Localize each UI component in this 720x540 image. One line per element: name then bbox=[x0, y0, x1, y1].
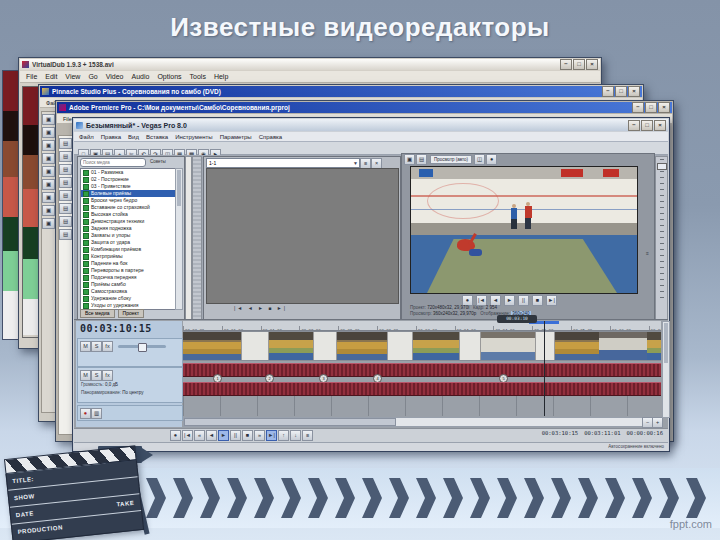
window-button[interactable]: − bbox=[632, 102, 644, 113]
track-solo-icon[interactable]: S bbox=[91, 341, 102, 352]
video-clip-thumbnail[interactable] bbox=[647, 332, 661, 360]
video-clip-thumbnail[interactable] bbox=[481, 332, 535, 360]
window-button[interactable]: □ bbox=[641, 120, 653, 131]
media-item[interactable]: 02 - Построение bbox=[81, 176, 175, 183]
volume-value[interactable]: 0,0 дБ bbox=[105, 382, 118, 387]
tool-icon[interactable]: ▣ bbox=[42, 179, 55, 190]
menu-item[interactable]: Options bbox=[157, 73, 181, 80]
preview-quality-dropdown[interactable]: Просмотр (авто) bbox=[430, 155, 472, 164]
tool-icon[interactable]: ▤ bbox=[59, 229, 72, 240]
preview-split-icon[interactable]: ◫ bbox=[474, 154, 485, 165]
tool-icon[interactable]: ▤ bbox=[59, 190, 72, 201]
menu-item[interactable]: View bbox=[65, 73, 80, 80]
virtualdub-titlebar[interactable]: VirtualDub 1.9.3 + 1538.avi −□× bbox=[20, 59, 600, 70]
track-mute-icon[interactable]: M bbox=[80, 341, 91, 352]
fader-handle[interactable] bbox=[657, 163, 667, 170]
menu-item[interactable]: Справка bbox=[259, 134, 283, 140]
video-clip-thumbnail[interactable] bbox=[599, 332, 647, 360]
media-item[interactable]: Комбинации приёмов bbox=[81, 246, 175, 253]
track-fx-icon[interactable]: fx bbox=[102, 341, 113, 352]
vegas-titlebar[interactable]: Безымянный* - Vegas Pro 8.0 −□× bbox=[74, 119, 668, 131]
media-item[interactable]: Приёмы самбо bbox=[81, 281, 175, 288]
transport-icon[interactable]: ■ bbox=[242, 430, 253, 441]
media-item[interactable]: Броски через бедро bbox=[81, 197, 175, 204]
menu-item[interactable]: Инструменты bbox=[175, 134, 212, 140]
zoom-in-icon[interactable]: + bbox=[652, 417, 663, 428]
media-item[interactable]: Уходы от удержания bbox=[81, 302, 175, 309]
media-item[interactable]: Подсечка передняя bbox=[81, 274, 175, 281]
tool-icon[interactable]: ▤ bbox=[59, 203, 72, 214]
virtualdub-window-buttons[interactable]: −□× bbox=[560, 59, 598, 70]
transport-icon[interactable]: |◄ bbox=[182, 430, 193, 441]
tool-icon[interactable]: ▣ bbox=[42, 192, 55, 203]
trimmer-transport[interactable]: |◄ ◄ ► ■ ►| bbox=[234, 305, 287, 311]
media-panel-tabs[interactable]: Все медиаПроект bbox=[80, 309, 146, 318]
transport-icon[interactable]: ● bbox=[170, 430, 181, 441]
dock-collapse-handle[interactable]: ≡ bbox=[646, 250, 653, 258]
menu-item[interactable]: Help bbox=[214, 73, 228, 80]
clip-gap[interactable] bbox=[313, 332, 337, 360]
video-clip-thumbnail[interactable] bbox=[555, 332, 599, 360]
timeline-timecode[interactable]: 00:03:10:15 bbox=[80, 323, 178, 336]
video-clip-thumbnail[interactable] bbox=[269, 332, 313, 360]
premiere-titlebar[interactable]: Adobe Premiere Pro - C:\Мои документы\Са… bbox=[57, 102, 672, 113]
menu-item[interactable]: File bbox=[26, 73, 37, 80]
menu-item[interactable]: Вставка bbox=[146, 134, 168, 140]
media-item[interactable]: Болевые приёмы bbox=[81, 190, 175, 197]
trimmer-clip-combo[interactable]: 1-1 ▼ bbox=[206, 158, 360, 168]
window-button[interactable]: □ bbox=[645, 102, 657, 113]
menu-item[interactable]: Правка bbox=[101, 134, 121, 140]
vegas-menubar[interactable]: ФайлПравкаВидВставкаИнструментыПараметры… bbox=[74, 132, 668, 142]
tool-icon[interactable]: ▤ bbox=[59, 216, 72, 227]
virtualdub-menubar[interactable]: FileEditViewGoVideoAudioOptionsToolsHelp bbox=[20, 71, 600, 83]
timeline-hscrollbar[interactable] bbox=[183, 417, 663, 427]
video-clip-thumbnail[interactable] bbox=[183, 332, 241, 360]
tool-icon[interactable]: ▤ bbox=[59, 138, 72, 149]
tool-icon[interactable]: ▣ bbox=[42, 140, 55, 151]
tool-icon[interactable]: ▣ bbox=[42, 153, 55, 164]
media-item[interactable]: Самостраховка bbox=[81, 288, 175, 295]
media-item[interactable]: Удержание сбоку bbox=[81, 295, 175, 302]
media-item[interactable]: Демонстрация техники bbox=[81, 218, 175, 225]
window-button[interactable]: × bbox=[658, 102, 670, 113]
window-button[interactable]: □ bbox=[615, 86, 627, 97]
media-tree-scrollbar[interactable] bbox=[175, 168, 183, 310]
menu-item[interactable]: Edit bbox=[45, 73, 57, 80]
media-tab[interactable]: Все медиа bbox=[80, 309, 115, 318]
media-item[interactable]: Падение на бок bbox=[81, 260, 175, 267]
menu-item[interactable]: Параметры bbox=[220, 134, 252, 140]
pan-value[interactable]: По центру bbox=[122, 390, 143, 395]
bus-record-icon[interactable]: ● bbox=[80, 408, 91, 419]
dock-divider[interactable] bbox=[185, 156, 192, 320]
preview-snapshot-icon[interactable]: ● bbox=[486, 154, 497, 165]
menu-item[interactable]: Файл bbox=[79, 134, 94, 140]
media-item[interactable]: Задняя подножка bbox=[81, 225, 175, 232]
transport-icon[interactable]: ≡ bbox=[302, 430, 313, 441]
audio-track-lane[interactable]: 12345 bbox=[183, 363, 661, 394]
menu-item[interactable]: Video bbox=[106, 73, 124, 80]
tool-icon[interactable]: ▤ bbox=[59, 177, 72, 188]
track-level-slider[interactable] bbox=[118, 345, 166, 348]
window-button[interactable]: − bbox=[628, 120, 640, 131]
master-fader-strip[interactable] bbox=[655, 156, 668, 320]
menu-item[interactable]: Audio bbox=[132, 73, 150, 80]
window-button[interactable]: × bbox=[628, 86, 640, 97]
tool-icon[interactable]: ▤ bbox=[59, 164, 72, 175]
preview-toolbar[interactable]: ▣ ▤ Просмотр (авто) ◫ ● bbox=[404, 155, 498, 164]
clip-gap[interactable] bbox=[241, 332, 269, 360]
clip-gap[interactable] bbox=[459, 332, 481, 360]
transport-icon[interactable]: ► bbox=[218, 430, 229, 441]
window-button[interactable]: − bbox=[602, 86, 614, 97]
menu-item[interactable]: Tools bbox=[190, 73, 206, 80]
transport-icon[interactable]: ►| bbox=[266, 430, 277, 441]
media-item[interactable]: Перевороты в партере bbox=[81, 267, 175, 274]
audio-fx-icon[interactable]: fx bbox=[102, 370, 113, 381]
video-clip-thumbnail[interactable] bbox=[413, 332, 459, 360]
tool-icon[interactable]: ▣ bbox=[42, 218, 55, 229]
media-item[interactable]: Защита от удара bbox=[81, 239, 175, 246]
vegas-window-buttons[interactable]: −□× bbox=[628, 120, 666, 131]
chevron-down-icon[interactable]: ▼ bbox=[353, 159, 358, 167]
transport-icon[interactable]: || bbox=[230, 430, 241, 441]
tool-icon[interactable]: ▣ bbox=[42, 166, 55, 177]
video-track-lane[interactable] bbox=[183, 331, 661, 361]
